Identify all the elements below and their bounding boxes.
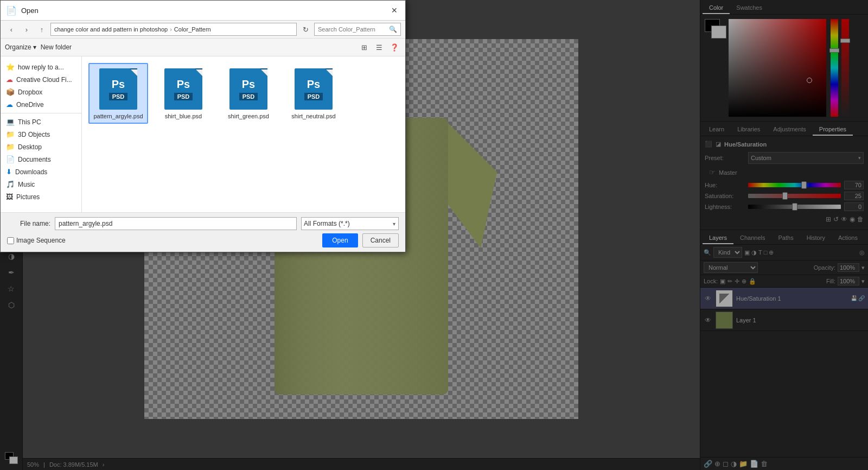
- cancel-button[interactable]: Cancel: [362, 233, 399, 247]
- nav-label-documents: Documents: [18, 156, 51, 163]
- new-folder-button[interactable]: New folder: [41, 43, 72, 51]
- organize-label: Organize: [5, 43, 31, 51]
- nav-icon-documents: 📄: [6, 155, 15, 163]
- organize-button[interactable]: Organize ▾: [5, 43, 36, 51]
- nav-label-how-reply: how reply to a...: [18, 63, 64, 71]
- file-name-shirt-neutral: shirt_neutral.psd: [291, 113, 335, 119]
- nav-label-desktop: Desktop: [18, 143, 42, 151]
- refresh-button[interactable]: ↻: [299, 23, 312, 36]
- view-controls: ⊞ ☰ ❓: [358, 41, 401, 54]
- psd-fold: [260, 68, 267, 76]
- nav-item-music[interactable]: 🎵 Music: [1, 178, 81, 190]
- image-sequence-checkbox[interactable]: [7, 237, 14, 244]
- nav-item-creative-cloud[interactable]: ☁ Creative Cloud Fi...: [1, 73, 81, 86]
- filetype-wrapper: All Formats (*.*) ▾: [301, 217, 399, 230]
- nav-label-downloads: Downloads: [15, 168, 47, 176]
- filetype-select[interactable]: All Formats (*.*): [301, 217, 399, 230]
- nav-icon-desktop: 📁: [6, 143, 15, 151]
- dialog-body: ⭐ how reply to a... ☁ Creative Cloud Fi.…: [1, 56, 405, 212]
- nav-icon-this-pc: 💻: [6, 118, 15, 126]
- dialog-title-left: 📄 Open: [6, 5, 39, 16]
- nav-up-button[interactable]: ↑: [35, 23, 48, 36]
- nav-item-pictures[interactable]: 🖼 Pictures: [1, 190, 81, 203]
- open-button[interactable]: Open: [322, 233, 358, 247]
- file-name-pattern-argyle: pattern_argyle.psd: [93, 113, 143, 119]
- image-sequence-check[interactable]: Image Sequence: [7, 237, 66, 244]
- ps-text: Ps: [112, 78, 125, 91]
- nav-item-onedrive[interactable]: ☁ OneDrive: [1, 98, 81, 111]
- dialog-overlay: 📄 Open ✕ ‹ › ↑ change color and add patt…: [0, 0, 868, 470]
- open-dialog: 📄 Open ✕ ‹ › ↑ change color and add patt…: [0, 0, 406, 252]
- organize-row: Organize ▾ New folder ⊞ ☰ ❓: [1, 39, 405, 56]
- image-sequence-label: Image Sequence: [16, 237, 66, 244]
- dialog-actions-row: Image Sequence Open Cancel: [7, 233, 399, 247]
- view-details-btn[interactable]: ❓: [388, 41, 401, 54]
- psd-label: PSD: [174, 93, 193, 100]
- photoshop-main: ✛ ▢ ⊙ ⬡ ⊞ T ⊿ □ ✋ 🔍 ✏ 🖌 ⊕ ◻ ▤ ◑ ✒ ☆ ⬡: [0, 0, 868, 470]
- file-name-shirt-blue: shirt_blue.psd: [165, 113, 202, 119]
- nav-label-music: Music: [18, 181, 35, 188]
- view-list-btn[interactable]: ☰: [373, 41, 386, 54]
- nav-icon-dropbox: 📦: [6, 88, 15, 96]
- ps-text: Ps: [242, 78, 255, 91]
- dialog-bottom: File name: All Formats (*.*) ▾ Image Seq…: [1, 212, 405, 252]
- nav-item-desktop[interactable]: 📁 Desktop: [1, 141, 81, 153]
- filename-input[interactable]: [55, 217, 297, 230]
- nav-icon-downloads: ⬇: [6, 168, 12, 176]
- dialog-close-button[interactable]: ✕: [389, 5, 400, 16]
- filename-row: File name: All Formats (*.*) ▾: [7, 217, 399, 230]
- dialog-toolbar: ‹ › ↑ change color and add pattern in ph…: [1, 21, 405, 39]
- dialog-title-text: Open: [21, 7, 39, 15]
- breadcrumb-sep: ›: [170, 26, 172, 33]
- search-input[interactable]: [318, 26, 387, 33]
- file-item-shirt-neutral[interactable]: Ps PSD shirt_neutral.psd: [284, 63, 343, 124]
- nav-icon-onedrive: ☁: [6, 100, 13, 109]
- nav-icon-music: 🎵: [6, 180, 15, 188]
- nav-item-how-reply[interactable]: ⭐ how reply to a...: [1, 61, 81, 73]
- nav-item-documents[interactable]: 📄 Documents: [1, 153, 81, 166]
- file-icon-shirt-neutral: Ps PSD: [292, 67, 335, 111]
- psd-fold: [325, 68, 333, 76]
- file-name-shirt-green: shirt_green.psd: [228, 113, 269, 119]
- psd-fold: [195, 68, 202, 76]
- nav-icon-creative-cloud: ☁: [6, 75, 13, 84]
- ps-text: Ps: [307, 78, 320, 91]
- nav-label-this-pc: This PC: [18, 118, 41, 126]
- new-folder-label: New folder: [41, 43, 72, 51]
- breadcrumb-bar[interactable]: change color and add pattern in photosho…: [50, 23, 297, 36]
- nav-label-creative-cloud: Creative Cloud Fi...: [16, 76, 72, 84]
- nav-icon-3d-objects: 📁: [6, 130, 15, 138]
- nav-icon-how-reply: ⭐: [6, 63, 15, 71]
- nav-sep: [1, 113, 81, 113]
- file-item-shirt-blue[interactable]: Ps PSD shirt_blue.psd: [154, 63, 213, 124]
- file-item-shirt-green[interactable]: Ps PSD shirt_green.psd: [219, 63, 278, 124]
- nav-label-dropbox: Dropbox: [18, 88, 42, 96]
- ps-text: Ps: [177, 78, 190, 91]
- breadcrumb-part2: Color_Pattern: [174, 26, 211, 33]
- nav-item-downloads[interactable]: ⬇ Downloads: [1, 166, 81, 178]
- search-box[interactable]: 🔍: [314, 23, 401, 36]
- nav-icon-pictures: 🖼: [6, 193, 13, 201]
- nav-back-button[interactable]: ‹: [5, 23, 18, 36]
- nav-forward-button[interactable]: ›: [20, 23, 33, 36]
- filename-label: File name:: [7, 220, 50, 227]
- view-mode-btn[interactable]: ⊞: [358, 41, 371, 54]
- file-icon-shirt-green: Ps PSD: [227, 67, 270, 111]
- nav-item-3d-objects[interactable]: 📁 3D Objects: [1, 128, 81, 141]
- file-item-pattern-argyle[interactable]: Ps PSD pattern_argyle.psd: [88, 63, 148, 124]
- file-icon-shirt-blue: Ps PSD: [162, 67, 205, 111]
- nav-item-this-pc[interactable]: 💻 This PC: [1, 116, 81, 128]
- nav-label-onedrive: OneDrive: [16, 101, 44, 109]
- organize-arrow: ▾: [33, 43, 36, 51]
- search-icon: 🔍: [389, 26, 397, 33]
- psd-label: PSD: [304, 93, 323, 100]
- breadcrumb-part1: change color and add pattern in photosho…: [54, 26, 168, 33]
- nav-label-3d-objects: 3D Objects: [18, 131, 50, 138]
- nav-label-pictures: Pictures: [16, 193, 40, 201]
- file-icon-pattern-argyle: Ps PSD: [97, 67, 140, 111]
- psd-label: PSD: [239, 93, 258, 100]
- nav-item-dropbox[interactable]: 📦 Dropbox: [1, 86, 81, 98]
- dialog-nav: ⭐ how reply to a... ☁ Creative Cloud Fi.…: [1, 56, 82, 212]
- psd-fold: [130, 68, 137, 76]
- psd-label: PSD: [109, 93, 128, 100]
